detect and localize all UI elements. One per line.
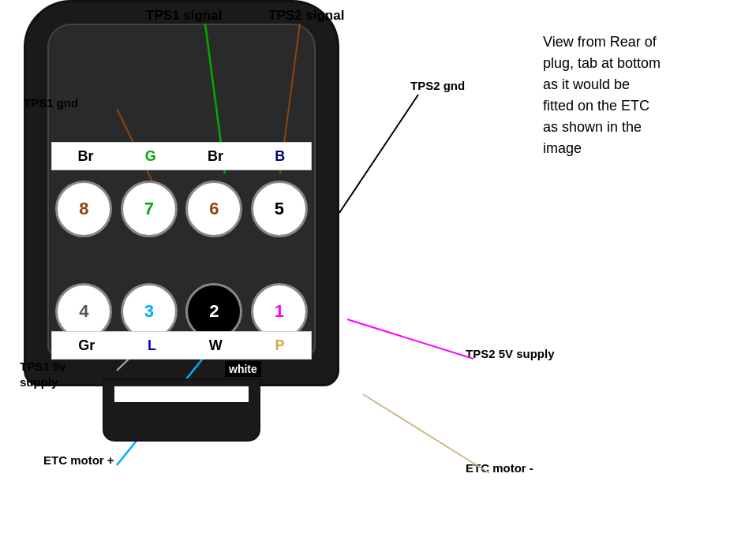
main-container: Br G Br B 8 7 6 5 4 3 2 1 [0, 0, 756, 533]
tps1-gnd-label: TPS1 gnd [24, 96, 78, 110]
tps1-signal-label: TPS1 signal [146, 8, 222, 24]
bottom-tab-inner [114, 386, 249, 402]
bar-label-l: L [148, 337, 156, 354]
tps2-signal-label: TPS2 signal [268, 8, 344, 24]
svg-line-5 [347, 319, 473, 359]
pin-8: 8 [55, 181, 112, 237]
svg-line-3 [339, 95, 418, 213]
pins-top-row: 8 7 6 5 [51, 166, 312, 252]
description-text: View from Rear of plug, tab at bottom as… [543, 32, 740, 159]
desc-line5: as shown in the [543, 119, 642, 135]
bar-label-w: W [209, 337, 223, 354]
desc-line1: View from Rear of [543, 34, 657, 50]
desc-line3: as it would be [543, 76, 630, 92]
tps2-5v-label: TPS2 5V supply [466, 347, 555, 360]
pin-6: 6 [185, 181, 242, 237]
tps1-5v-label: TPS1 5vsupply [20, 359, 65, 390]
desc-line6: image [543, 140, 582, 156]
tps2-gnd-label: TPS2 gnd [410, 79, 465, 92]
pin-5: 5 [251, 181, 308, 237]
bar-label-br2: Br [208, 148, 223, 165]
bar-label-br1: Br [78, 148, 94, 165]
etc-motor-minus-label: ETC motor - [466, 461, 533, 475]
white-label-box: white [225, 361, 261, 377]
bar-label-p: P [275, 337, 285, 354]
etc-motor-plus-label: ETC motor + [43, 453, 114, 467]
bar-label-gr: Gr [78, 337, 95, 354]
desc-line4: fitted on the ETC [543, 98, 649, 114]
desc-line2: plug, tab at bottom [543, 55, 661, 71]
pin-7: 7 [121, 181, 178, 237]
bar-label-b: B [275, 148, 285, 165]
bottom-label-bar: Gr L W P [51, 331, 312, 360]
bar-label-g: G [145, 148, 156, 165]
